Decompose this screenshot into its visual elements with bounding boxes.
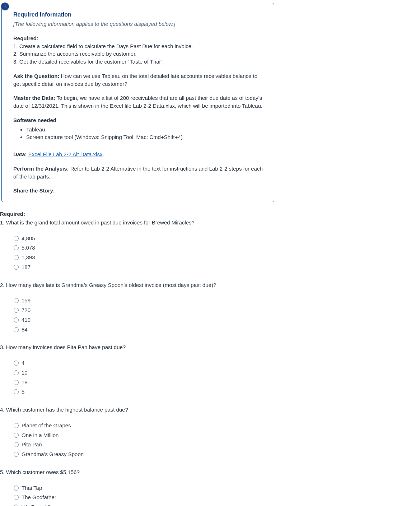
option-label: 159 [22, 297, 31, 305]
required-information-panel: ! Required information [The following in… [1, 3, 274, 202]
question-text: 5. Which customer owes $5,156? [0, 468, 420, 476]
radio-icon[interactable] [14, 317, 19, 322]
answer-option[interactable]: 1,393 [14, 254, 420, 261]
answer-option[interactable]: The Godfather [14, 493, 420, 501]
data-after: . [102, 151, 104, 157]
options-group: 410185 [0, 359, 420, 396]
answer-option[interactable]: 10 [14, 369, 420, 377]
answer-option[interactable]: One in a Million [14, 431, 420, 439]
question-text: 4. Which customer has the highest balanc… [0, 406, 420, 414]
question: 5. Which customer owes $5,156?Thai TapTh… [0, 468, 420, 506]
questions-section: Required: 1. What is the grand total amo… [0, 202, 420, 506]
perform-analysis: Perform the Analysis: Refer to Lab 2-2 A… [13, 165, 265, 181]
radio-icon[interactable] [14, 442, 19, 447]
option-label: 5,078 [22, 244, 35, 252]
option-label: 18 [22, 379, 28, 386]
required-steps: Required: 1. Create a calculated field t… [13, 34, 265, 66]
option-label: 1,393 [22, 254, 35, 261]
software-item: Screen capture tool (Windows: Snipping T… [26, 133, 265, 141]
option-label: 4 [22, 359, 24, 367]
option-label: Grandma’s Greasy Spoon [22, 450, 84, 458]
software-label: Software needed [13, 116, 265, 124]
panel-title: Required information [13, 10, 265, 19]
option-label: Planet of the Grapes [22, 422, 71, 430]
page: ! Required information [The following in… [0, 0, 420, 506]
radio-icon[interactable] [14, 452, 19, 457]
software-item: Tableau [26, 126, 265, 134]
required-step: 2. Summarize the accounts receivable by … [13, 50, 265, 58]
answer-option[interactable]: Planet of the Grapes [14, 422, 420, 430]
question-text: 3. How many invoices does Pita Pan have … [0, 343, 420, 351]
share-the-story: Share the Story: [13, 187, 265, 195]
options-group: 15972041984 [0, 297, 420, 333]
perform-label: Perform the Analysis: [13, 166, 69, 172]
option-label: 187 [22, 263, 31, 271]
master-label: Master the Data: [13, 95, 55, 101]
answer-option[interactable]: Thai Tap [14, 484, 420, 492]
option-label: Pita Pan [22, 441, 42, 449]
answer-option[interactable]: We Fry it All [14, 503, 420, 506]
radio-icon[interactable] [14, 245, 19, 250]
data-line: Data: Excel File Lab 2-2 Alt Data.xlsx. [13, 150, 265, 158]
question: 2. How many days late is Grandma’s Greas… [0, 281, 420, 334]
master-the-data: Master the Data: To begin, we have a lis… [13, 94, 265, 110]
radio-icon[interactable] [14, 389, 19, 394]
data-file-link[interactable]: Excel File Lab 2-2 Alt Data.xlsx [28, 151, 103, 157]
radio-icon[interactable] [14, 433, 19, 438]
option-label: Thai Tap [22, 484, 42, 492]
answer-option[interactable]: 84 [14, 326, 420, 334]
answer-option[interactable]: 4 [14, 359, 420, 367]
radio-icon[interactable] [14, 380, 19, 385]
answer-option[interactable]: 4,805 [14, 235, 420, 242]
options-group: 4,8055,0781,393187 [0, 235, 420, 271]
option-label: One in a Million [22, 431, 59, 439]
radio-icon[interactable] [14, 495, 19, 500]
ask-the-question: Ask the Question: How can we use Tableau… [13, 72, 265, 88]
alert-icon: ! [1, 3, 9, 10]
option-label: The Godfather [22, 493, 56, 501]
options-group: Thai TapThe GodfatherWe Fry it AllTequil… [0, 484, 420, 506]
radio-icon[interactable] [14, 265, 19, 270]
option-label: 5 [22, 388, 24, 396]
option-label: 419 [22, 316, 31, 324]
radio-icon[interactable] [14, 327, 19, 332]
ask-label: Ask the Question: [13, 73, 59, 79]
option-label: 4,805 [22, 235, 35, 242]
answer-option[interactable]: Pita Pan [14, 441, 420, 449]
answer-option[interactable]: 5,078 [14, 244, 420, 252]
questions-header: Required: [0, 210, 420, 218]
answer-option[interactable]: 5 [14, 388, 420, 396]
panel-subtitle: [The following information applies to th… [13, 20, 265, 28]
share-label: Share the Story: [13, 187, 55, 194]
option-label: 84 [22, 326, 28, 334]
option-label: 10 [22, 369, 28, 377]
required-step: 1. Create a calculated field to calculat… [13, 42, 265, 50]
radio-icon[interactable] [14, 505, 19, 506]
radio-icon[interactable] [14, 370, 19, 375]
question-text: 1. What is the grand total amount owed i… [0, 219, 420, 227]
answer-option[interactable]: 18 [14, 379, 420, 386]
question: 4. Which customer has the highest balanc… [0, 406, 420, 458]
required-label: Required: [13, 34, 265, 42]
radio-icon[interactable] [14, 361, 19, 366]
question: 1. What is the grand total amount owed i… [0, 219, 420, 271]
answer-option[interactable]: 187 [14, 263, 420, 271]
answer-option[interactable]: 159 [14, 297, 420, 305]
radio-icon[interactable] [14, 255, 19, 260]
option-label: 720 [22, 306, 31, 314]
options-group: Planet of the GrapesOne in a MillionPita… [0, 422, 420, 458]
software-needed: Software needed Tableau Screen capture t… [13, 116, 265, 141]
radio-icon[interactable] [14, 486, 19, 491]
radio-icon[interactable] [14, 423, 19, 428]
question-text: 2. How many days late is Grandma’s Greas… [0, 281, 420, 289]
radio-icon[interactable] [14, 308, 19, 313]
required-step: 3. Get the detailed receivables for the … [13, 58, 265, 66]
question: 3. How many invoices does Pita Pan have … [0, 343, 420, 396]
answer-option[interactable]: 419 [14, 316, 420, 324]
radio-icon[interactable] [14, 298, 19, 303]
answer-option[interactable]: 720 [14, 306, 420, 314]
answer-option[interactable]: Grandma’s Greasy Spoon [14, 450, 420, 458]
option-label: We Fry it All [22, 503, 50, 506]
radio-icon[interactable] [14, 236, 19, 241]
data-label: Data: [13, 151, 28, 157]
